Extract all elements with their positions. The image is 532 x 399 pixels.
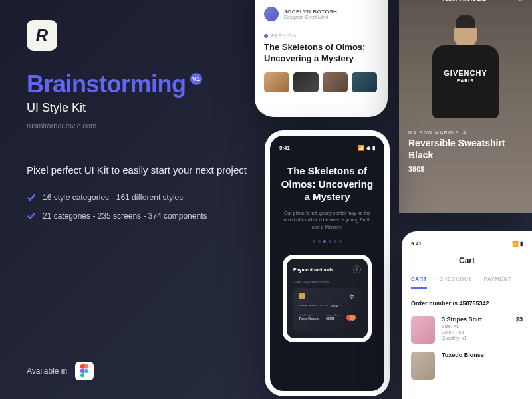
thumbnail[interactable] (352, 72, 377, 92)
author-role: Designer, Great Mind (284, 15, 337, 19)
available-in-row: Available in (27, 362, 94, 380)
signal-icon: 📶 (358, 145, 364, 151)
expiry-date: 05/23 (326, 317, 340, 321)
article-headline: The Skeletons of Olmos: Uncovering a Mys… (264, 42, 378, 65)
card-network-icon: ✲ (349, 293, 356, 300)
feature-text: 21 categories - 235 screens - 374 compon… (43, 211, 207, 221)
svg-point-0 (84, 369, 88, 373)
order-number: Order number is 458765342 (411, 300, 523, 307)
wifi-icon: ◈ (366, 145, 370, 151)
item-qty: Quantity: x1 (442, 336, 509, 340)
product-hero-image: GIVENCHY PARIS (422, 20, 509, 126)
cart-item[interactable]: Tuxedo Blouse (411, 352, 523, 380)
product-name: Reversible Sweatshirt Black (408, 138, 532, 161)
item-image (411, 352, 435, 380)
thumbnail[interactable] (264, 72, 289, 92)
item-color: Color: Red (442, 330, 509, 334)
tagline: Pixel perfect UI Kit to easily start you… (27, 163, 253, 178)
mockup-cart: 9:41 📶 ▮ Cart CART CHECKOUT PAYMENT Orde… (402, 231, 532, 399)
status-bar: 9:41 📶 ▮ (411, 241, 523, 247)
product-price: 380$ (408, 165, 532, 173)
check-icon (27, 211, 36, 221)
check-icon (27, 193, 36, 202)
battery-icon: ▮ (372, 145, 375, 151)
item-image (411, 316, 435, 344)
screen-title: New Arrivals (442, 0, 486, 2)
mockup-ecommerce: ‹ New Arrivals ⌕ GIVENCHY PARIS MAISON M… (399, 0, 532, 213)
item-name: 3 Stripes Shirt (442, 316, 509, 323)
card-number: **** **** **** 3947 (299, 304, 356, 308)
feature-item: 21 categories - 235 screens - 374 compon… (27, 211, 253, 221)
feature-item: 16 style categories - 161 different styl… (27, 193, 253, 202)
product-title: Brainstorming (27, 70, 186, 98)
status-time: 9:41 (279, 145, 290, 151)
author-name: JOCELYN BOTOSH (284, 9, 337, 15)
product-subtitle: UI Style Kit (27, 101, 253, 115)
thumbnail[interactable] (323, 72, 348, 92)
status-icons: 📶 ▮ (512, 241, 523, 247)
thumbnail-row (264, 72, 378, 92)
feature-text: 16 style categories - 161 different styl… (43, 193, 183, 202)
product-brand: MAISON MARGIELA (408, 130, 532, 135)
status-bar: 9:41 📶 ◈ ▮ (279, 145, 375, 151)
item-name: Tuxedo Blouse (442, 352, 523, 358)
website-url[interactable]: rusmirarnautovic.com (27, 122, 253, 130)
sweatshirt-brand-sub: PARIS (432, 78, 499, 83)
category-dot-icon (264, 34, 268, 38)
back-icon[interactable]: ‹ (408, 0, 411, 3)
add-payment-icon[interactable]: + (353, 265, 361, 273)
mockup-article-card: JOCELYN BOTOSH Designer, Great Mind FASH… (255, 0, 388, 117)
author-row: JOCELYN BOTOSH Designer, Great Mind (264, 7, 378, 21)
mastercard-icon (346, 315, 356, 321)
payment-label: Your Payment cards (293, 280, 361, 284)
hero-panel: R Brainstorming V1 UI Style Kit rusmirar… (27, 20, 253, 230)
top-bar: ‹ New Arrivals ⌕ (399, 0, 532, 3)
category-row: FASHION (264, 33, 378, 38)
available-label: Available in (27, 366, 67, 376)
cart-item[interactable]: 3 Stripes Shirt Size: XL Color: Red Quan… (411, 316, 523, 344)
thumbnail[interactable] (293, 72, 319, 92)
figma-icon (75, 362, 94, 380)
cart-items: 3 Stripes Shirt Size: XL Color: Red Quan… (411, 316, 523, 380)
card-holder: Tiana Rosser (299, 317, 319, 321)
status-time: 9:41 (411, 241, 422, 247)
tab-checkout[interactable]: CHECKOUT (439, 276, 471, 289)
version-badge: V1 (190, 73, 202, 85)
payment-title: Payment methods (293, 267, 333, 272)
mockup-article-dark: 9:41 📶 ◈ ▮ The Skeletons of Olmos: Uncov… (265, 130, 390, 396)
brand-logo: R (27, 20, 57, 51)
pagination-dots[interactable] (279, 240, 375, 243)
credit-card[interactable]: ✲ **** **** **** 3947 Card Holder Tiana … (293, 288, 361, 332)
screen-title: Cart (411, 256, 523, 265)
article-headline: The Skeletons of Olmos: Uncovering a Mys… (279, 164, 375, 203)
avatar (264, 7, 279, 21)
card-chip-icon (299, 293, 305, 299)
feature-list: 16 style categories - 161 different styl… (27, 193, 253, 221)
status-icons: 📶 ◈ ▮ (358, 145, 375, 151)
nested-phone: Payment methods + Your Payment cards ✲ *… (283, 255, 372, 342)
tab-payment[interactable]: PAYMENT (484, 276, 511, 289)
search-icon[interactable]: ⌕ (518, 0, 523, 3)
sweatshirt-brand: GIVENCHY (432, 69, 499, 77)
item-size: Size: XL (442, 324, 509, 329)
category-label: FASHION (271, 33, 297, 38)
tab-cart[interactable]: CART (411, 276, 427, 289)
tab-bar: CART CHECKOUT PAYMENT (411, 276, 523, 289)
article-description: Our planet's hot, gooey center may be th… (279, 210, 375, 231)
item-price: $3 (516, 316, 523, 344)
